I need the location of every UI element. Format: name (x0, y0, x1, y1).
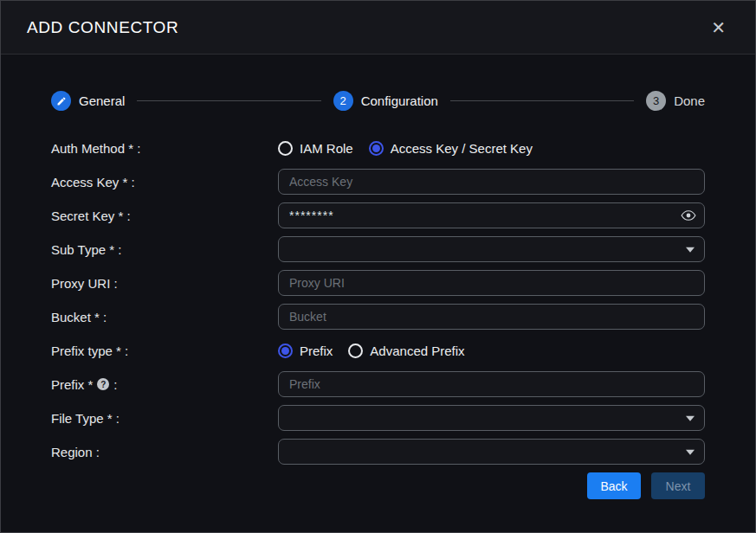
connector-form: Auth Method * : IAM Role Access Key / Se… (51, 135, 705, 499)
prefix-type-row: Prefix type * : Prefix Advanced Prefix (51, 337, 705, 363)
help-icon[interactable]: ? (97, 378, 109, 390)
region-row: Region : (51, 439, 705, 465)
step-configuration-circle: 2 (333, 91, 353, 111)
radio-iam-role-label: IAM Role (300, 141, 353, 156)
prefix-row: Prefix * ? : (51, 371, 705, 397)
access-key-label: Access Key * : (51, 175, 278, 189)
step-configuration[interactable]: 2 Configuration (333, 91, 438, 111)
step-general-circle (51, 91, 71, 111)
proxy-uri-label: Proxy URI : (51, 276, 278, 291)
close-icon[interactable]: ✕ (708, 16, 729, 40)
auth-method-label: Auth Method * : (51, 141, 278, 156)
step-done-circle: 3 (646, 91, 666, 111)
prefix-label-colon: : (113, 377, 117, 392)
radio-icon (348, 344, 363, 358)
step-connector-line (450, 100, 634, 101)
bucket-input[interactable] (278, 304, 705, 330)
prefix-type-radio-group: Prefix Advanced Prefix (278, 344, 465, 358)
back-button[interactable]: Back (587, 472, 641, 499)
region-label: Region : (51, 445, 278, 459)
access-key-row: Access Key * : (51, 169, 705, 195)
pencil-icon (56, 96, 67, 106)
radio-prefix-label: Prefix (300, 344, 333, 358)
radio-advanced-prefix-label: Advanced Prefix (370, 344, 464, 358)
prefix-input[interactable] (278, 371, 705, 397)
access-key-input[interactable] (278, 169, 705, 195)
chevron-down-icon (686, 450, 695, 455)
radio-checked-icon (278, 344, 293, 358)
step-configuration-label: Configuration (361, 93, 438, 108)
secret-key-row: Secret Key * : (51, 202, 705, 228)
radio-access-key-secret-key-label: Access Key / Secret Key (391, 141, 533, 156)
next-button[interactable]: Next (651, 472, 705, 499)
step-done[interactable]: 3 Done (646, 91, 705, 111)
region-select[interactable] (278, 439, 705, 465)
step-general[interactable]: General (51, 91, 125, 111)
step-general-label: General (79, 93, 125, 108)
secret-key-input[interactable] (278, 202, 705, 228)
bucket-label: Bucket * : (51, 310, 278, 324)
sub-type-select[interactable] (278, 236, 705, 262)
sub-type-label: Sub Type * : (51, 242, 278, 257)
bucket-row: Bucket * : (51, 304, 705, 330)
modal-title: ADD CONNECTOR (27, 18, 178, 37)
auth-method-row: Auth Method * : IAM Role Access Key / Se… (51, 135, 705, 161)
proxy-uri-row: Proxy URI : (51, 270, 705, 296)
sub-type-row: Sub Type * : (51, 236, 705, 262)
modal-body: General 2 Configuration 3 Done Auth Meth… (1, 55, 755, 532)
radio-access-key-secret-key[interactable]: Access Key / Secret Key (369, 141, 533, 156)
radio-iam-role[interactable]: IAM Role (278, 141, 353, 156)
chevron-down-icon (686, 416, 695, 421)
add-connector-modal: ADD CONNECTOR ✕ General 2 Configuration … (0, 0, 756, 533)
auth-method-radio-group: IAM Role Access Key / Secret Key (278, 141, 533, 156)
radio-checked-icon (369, 141, 384, 156)
radio-advanced-prefix[interactable]: Advanced Prefix (348, 344, 464, 358)
secret-key-label: Secret Key * : (51, 209, 278, 223)
modal-header: ADD CONNECTOR ✕ (1, 1, 755, 55)
chevron-down-icon (686, 247, 695, 253)
stepper: General 2 Configuration 3 Done (51, 91, 705, 111)
prefix-type-label: Prefix type * : (51, 344, 278, 358)
footer-button-row: Back Next (51, 472, 705, 499)
proxy-uri-input[interactable] (278, 270, 705, 296)
file-type-row: File Type * : (51, 405, 705, 431)
eye-icon[interactable] (681, 209, 696, 222)
step-done-label: Done (674, 93, 705, 108)
radio-icon (278, 141, 293, 156)
file-type-select[interactable] (278, 405, 705, 431)
step-connector-line (137, 100, 320, 101)
radio-prefix[interactable]: Prefix (278, 344, 333, 358)
prefix-label: Prefix * ? : (51, 377, 278, 392)
prefix-label-text: Prefix * (51, 377, 93, 392)
file-type-label: File Type * : (51, 411, 278, 426)
